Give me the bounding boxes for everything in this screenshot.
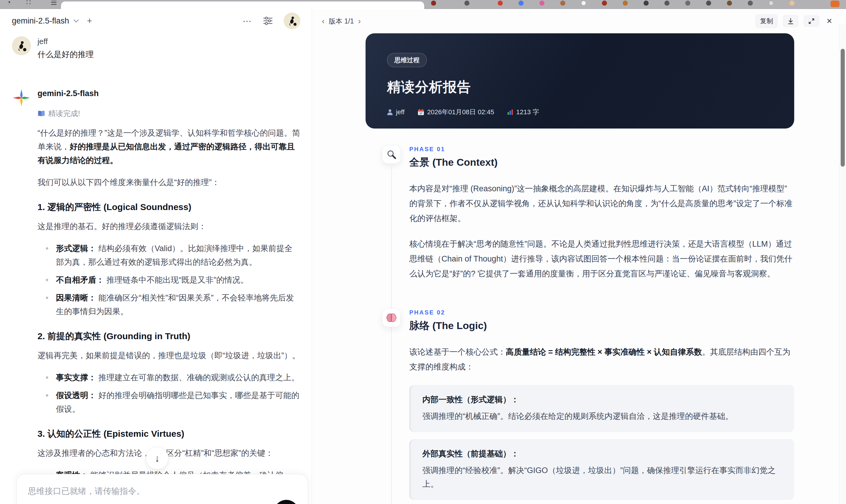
- report-document: 思维过程 精读分析报告 jeff 17 2026年01月08日 02:45 12…: [366, 33, 794, 504]
- calendar-icon: 17: [418, 109, 424, 115]
- chat-panel: gemini-2.5-flash + ⋯: [0, 9, 312, 504]
- extension-icon[interactable]: [560, 1, 565, 6]
- paragraph: 逻辑再完美，如果前提是错误的，推理也是垃圾（即“垃圾进，垃圾出”）。: [37, 349, 300, 362]
- date-meta: 17 2026年01月08日 02:45: [418, 108, 494, 116]
- browser-tab-bar: ◔ ∷ ☰: [0, 0, 846, 9]
- version-label: 版本 1/1: [329, 17, 354, 26]
- paragraph: 核心情境在于解决“思考的随意性”问题。不论是人类通过批判性思维进行决策，还是大语…: [409, 236, 794, 281]
- browser-grid-icon[interactable]: ∷: [26, 0, 31, 6]
- extension-icon[interactable]: [623, 1, 628, 6]
- browser-back-icon[interactable]: ◔: [6, 0, 11, 6]
- extension-icon[interactable]: [685, 1, 690, 6]
- phase-section-2: PHASE 02 脉络 (The Logic) 该论述基于一个核心公式：高质量结…: [366, 308, 794, 504]
- voice-input-button[interactable]: [274, 500, 299, 504]
- card-title: 外部真实性（前提基础）：: [422, 448, 781, 460]
- section-heading: 2. 前提的真实性 (Grounding in Truth): [37, 330, 300, 342]
- version-prev-icon[interactable]: ‹: [322, 17, 324, 25]
- dimension-card: 内部一致性（形式逻辑）： 强调推理的“机械正确”。结论必须在给定的规则系统内逻辑…: [409, 385, 794, 432]
- assistant-status-text: 精读完成!: [48, 109, 80, 119]
- user-name: jeff: [37, 36, 300, 46]
- assistant-name: gemini-2.5-flash: [37, 88, 300, 98]
- bullet-list: 形式逻辑： 结构必须有效（Valid）。比如演绎推理中，如果前提全部为真，那么通…: [37, 241, 300, 318]
- phase-section-1: PHASE 01 全景 (The Context) 本内容是对“推理 (Reas…: [366, 145, 794, 292]
- bullet-list: 事实支撑： 推理建立在可靠的数据、准确的观测或公认的真理之上。 假设透明： 好的…: [37, 371, 300, 416]
- phase-title: 脉络 (The Logic): [409, 319, 794, 332]
- download-icon[interactable]: [783, 15, 798, 27]
- report-panel: ‹ 版本 1/1 › 复制 ✕ 思维过程 精读分析报告: [312, 9, 846, 504]
- chat-header: gemini-2.5-flash + ⋯: [12, 11, 300, 30]
- list-item: 假设透明： 好的推理会明确指明哪些是已知事实，哪些是基于可能的假设。: [37, 389, 300, 416]
- section-heading: 1. 逻辑的严密性 (Logical Soundness): [37, 201, 300, 213]
- profile-avatar-icon[interactable]: [790, 1, 794, 6]
- copy-button[interactable]: 复制: [756, 14, 777, 28]
- report-badge: 思维过程: [387, 53, 427, 67]
- browser-menu-icon[interactable]: ☰: [51, 0, 57, 6]
- arrow-down-icon: ↓: [155, 452, 160, 464]
- user-message: jeff 什么是好的推理: [12, 36, 300, 60]
- chat-input-placeholder: 思维接口已就绪，请传输指令。: [28, 486, 297, 497]
- section-heading: 3. 认知的公正性 (Epistemic Virtues): [37, 428, 300, 440]
- assistant-status: 精读完成!: [37, 109, 300, 119]
- paragraph: 这是推理的基石。好的推理必须遵循逻辑法则：: [37, 220, 300, 233]
- scrollbar-thumb[interactable]: [841, 49, 845, 167]
- browser-tab[interactable]: [61, 1, 424, 9]
- user-avatar[interactable]: [284, 13, 300, 29]
- model-selector[interactable]: gemini-2.5-flash: [12, 16, 69, 25]
- user-message-text: 什么是好的推理: [37, 49, 300, 60]
- paragraph: 这涉及推理者的心态和方法论，也是区分“杠精”和“思想家”的关键：: [37, 446, 300, 460]
- extension-icon[interactable]: [518, 1, 524, 6]
- close-panel-icon[interactable]: ✕: [825, 16, 834, 26]
- card-body: 强调推理的“机械正确”。结论必须在给定的规则系统内逻辑自洽，这是推理的硬件基础。: [422, 409, 781, 423]
- svg-text:17: 17: [419, 112, 422, 115]
- version-next-icon[interactable]: ›: [358, 17, 361, 25]
- gemini-star-icon: [12, 88, 31, 107]
- extension-icon[interactable]: [581, 1, 586, 6]
- extension-icon[interactable]: [665, 1, 669, 6]
- user-avatar: [12, 36, 31, 55]
- list-item: 因果清晰： 能准确区分“相关性”和“因果关系”，不会轻率地将先后发生的事情归为因…: [37, 291, 300, 318]
- report-toolbar: ‹ 版本 1/1 › 复制 ✕: [322, 14, 834, 29]
- list-item: 事实支撑： 推理建立在可靠的数据、准确的观测或公认的真理之上。: [37, 371, 300, 384]
- scrollbar[interactable]: [839, 24, 846, 504]
- extension-icon[interactable]: [748, 1, 753, 6]
- expand-fullscreen-icon[interactable]: [804, 16, 819, 27]
- chevron-down-icon[interactable]: [73, 19, 79, 23]
- extension-icon[interactable]: [644, 1, 649, 6]
- paragraph: 该论述基于一个核心公式：高质量结论 = 结构完整性 × 事实准确性 × 认知自律…: [409, 344, 794, 374]
- phase-label: PHASE 02: [409, 308, 794, 316]
- extension-icon[interactable]: [769, 1, 774, 6]
- extension-icon[interactable]: [706, 1, 711, 6]
- list-item: 不自相矛盾： 推理链条中不能出现“既是又非”的情况。: [37, 273, 300, 287]
- bar-chart-icon: [507, 109, 513, 115]
- extension-icon[interactable]: [540, 1, 544, 6]
- extension-icon[interactable]: [602, 1, 607, 6]
- word-count-meta: 1213 字: [507, 108, 539, 116]
- card-body: 强调推理的“经验校准”。解决“GIGO（垃圾进，垃圾出）”问题，确保推理引擎运行…: [422, 464, 781, 491]
- assistant-message-body: “什么是好的推理？”这是一个涉及逻辑学、认知科学和哲学核心的问题。简单来说，好的…: [37, 126, 300, 504]
- dimension-card: 外部真实性（前提基础）： 强调推理的“经验校准”。解决“GIGO（垃圾进，垃圾出…: [409, 439, 794, 500]
- paragraph: 我们可以从以下四个维度来衡量什么是“好的推理”：: [37, 176, 300, 189]
- chat-input-box[interactable]: 思维接口已就绪，请传输指令。 +: [16, 474, 308, 504]
- list-item: 形式逻辑： 结构必须有效（Valid）。比如演绎推理中，如果前提全部为真，那么通…: [37, 241, 300, 269]
- phase-title: 全景 (The Context): [409, 156, 794, 169]
- phase-label: PHASE 01: [409, 145, 794, 152]
- more-options-icon[interactable]: ⋯: [243, 16, 252, 26]
- extension-icon[interactable]: [498, 1, 503, 6]
- card-title: 内部一致性（形式逻辑）：: [422, 394, 781, 405]
- extension-icon[interactable]: [464, 1, 470, 6]
- scroll-to-bottom-button[interactable]: ↓: [146, 447, 169, 469]
- book-icon: [37, 110, 45, 117]
- person-icon: [387, 109, 393, 115]
- assistant-message: gemini-2.5-flash 精读完成! “什么是好的推理？”这是一个涉及逻…: [12, 88, 300, 504]
- report-title: 精读分析报告: [387, 78, 773, 96]
- report-hero-card: 思维过程 精读分析报告 jeff 17 2026年01月08日 02:45 12…: [366, 33, 794, 128]
- tune-sliders-icon[interactable]: [263, 16, 273, 25]
- extension-icon[interactable]: [727, 1, 732, 6]
- extension-icon[interactable]: [431, 1, 436, 6]
- author-meta: jeff: [387, 108, 405, 116]
- magnifier-icon: [382, 145, 401, 164]
- paragraph: 本内容是对“推理 (Reasoning)”这一抽象概念的高层建模。在知识爆炸与人…: [409, 181, 794, 226]
- new-chat-button[interactable]: +: [87, 16, 92, 26]
- extension-icon[interactable]: [830, 1, 840, 7]
- paragraph: “什么是好的推理？”这是一个涉及逻辑学、认知科学和哲学核心的问题。简单来说，好的…: [37, 126, 300, 167]
